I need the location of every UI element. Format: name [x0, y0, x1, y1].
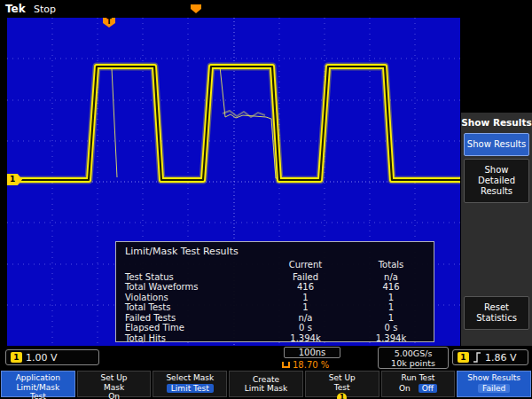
menu-selected-value: Limit Test [167, 384, 214, 394]
side-button-show-results[interactable]: Show Results [464, 133, 529, 156]
results-row-current: 1 [262, 293, 348, 303]
results-row-label: Elapsed Time [116, 323, 262, 333]
menu-label: Mask [104, 383, 124, 393]
trigger-level-value: 1.86 V [485, 352, 517, 364]
menu-button-select-mask[interactable]: Select Mask Limit Test [153, 371, 227, 397]
oscilloscope-screen: Tek Stop [0, 0, 532, 399]
menu-label: Set Up [329, 373, 356, 383]
menu-label: Application [16, 373, 60, 383]
limit-mask-results-panel: Limit/Mask Test Results Current Totals T… [115, 241, 434, 342]
results-header-current: Current [262, 260, 348, 272]
toggle-on-option[interactable]: On [399, 384, 411, 394]
results-row-totals: 416 [348, 282, 434, 293]
menu-label: Create [253, 375, 279, 385]
menu-button-application[interactable]: Application Limit/Mask Test [1, 371, 75, 397]
menu-label: Run Test [402, 373, 435, 383]
waveform-display: T 1 Limit/Mask Test Results Current Tota… [7, 18, 460, 346]
results-row-current: n/a [262, 313, 348, 324]
side-menu: Show Results Show Results Show Detailed … [461, 113, 532, 346]
bottom-menu-bar: Application Limit/Mask Test Set Up Mask … [0, 370, 532, 399]
results-row-label: Violations [116, 293, 262, 303]
record-length-value: 10k points [391, 358, 435, 368]
menu-button-setup-mask[interactable]: Set Up Mask On [77, 371, 152, 397]
channel1-scale-value: 1.00 V [26, 352, 58, 364]
toggle-off-option[interactable]: Off [419, 384, 437, 394]
menu-label: Test [334, 383, 350, 393]
results-row-current: Failed [262, 272, 348, 283]
horizontal-position-readout: 18.70 % [282, 360, 329, 370]
results-row-totals: 1.394k [348, 333, 434, 344]
side-menu-spacer [461, 203, 532, 293]
menu-value: On [108, 392, 120, 399]
top-status-strip: Tek Stop [0, 0, 532, 18]
menu-button-run-test[interactable]: Run Test On Off [381, 371, 456, 397]
menu-button-show-results[interactable]: Show Results Failed [457, 371, 531, 397]
side-button-show-detailed-results[interactable]: Show Detailed Results [464, 159, 529, 203]
menu-value: Test [30, 392, 46, 399]
results-row-totals: 1 [348, 293, 434, 303]
results-row-totals: 1 [348, 302, 434, 313]
trigger-source-badge: 1 [458, 352, 469, 363]
rising-edge-slope-icon [473, 351, 481, 364]
results-row-current: 1.394k [262, 333, 348, 344]
results-title: Limit/Mask Test Results [116, 242, 434, 260]
results-row-totals: n/a [348, 272, 434, 283]
source-channel-badge: 1 [337, 393, 347, 399]
run-test-toggle: On Off [399, 384, 437, 394]
menu-value: Limit/Mask [17, 383, 60, 393]
menu-label: Set Up [101, 373, 128, 383]
channel1-scale-readout: 1 1.00 V [5, 349, 99, 365]
channel1-badge: 1 [11, 352, 22, 363]
horizontal-position-value: 18.70 % [293, 360, 329, 370]
side-button-reset-statistics[interactable]: Reset Statistics [464, 296, 529, 330]
status-bar: 1 1.00 V 100ns 18.70 % 5.00GS/s 10k poin… [0, 346, 532, 370]
results-row-current: 416 [262, 282, 348, 293]
timebase-readout: 100ns [284, 347, 340, 358]
trigger-readout: 1 1.86 V [452, 349, 528, 365]
results-row-totals: 1 [348, 313, 434, 324]
menu-label: Select Mask [166, 373, 214, 383]
menu-button-setup-test[interactable]: Set Up Test 1 [305, 371, 379, 397]
record-position-icon [282, 362, 290, 368]
results-row-totals: 0 s [348, 323, 434, 333]
results-table: Current Totals Test Status Failed n/a To… [116, 260, 434, 343]
results-row-label: Total Hits [116, 333, 262, 344]
timebase-value: 100ns [299, 348, 326, 357]
test-status-value: Failed [478, 384, 510, 394]
results-row-label: Test Status [116, 272, 262, 283]
results-row-current: 0 s [262, 323, 348, 333]
results-header-totals: Totals [348, 260, 434, 272]
results-row-current: 1 [262, 302, 348, 313]
results-row-label: Total Tests [116, 302, 262, 313]
acquisition-readout: 5.00GS/s 10k points [378, 347, 449, 369]
menu-button-create-limit-mask[interactable]: Create Limit Mask [229, 371, 303, 397]
results-header-spacer [116, 260, 262, 272]
results-row-label: Total Waveforms [116, 282, 262, 293]
menu-label: Show Results [467, 373, 520, 383]
menu-label: Limit Mask [245, 384, 287, 394]
tek-logo: Tek [5, 3, 26, 15]
sample-rate-value: 5.00GS/s [395, 348, 433, 358]
record-trigger-position-icon [191, 4, 201, 13]
side-menu-title: Show Results [461, 113, 532, 130]
results-row-label: Failed Tests [116, 313, 262, 324]
acquisition-status: Stop [34, 4, 56, 15]
